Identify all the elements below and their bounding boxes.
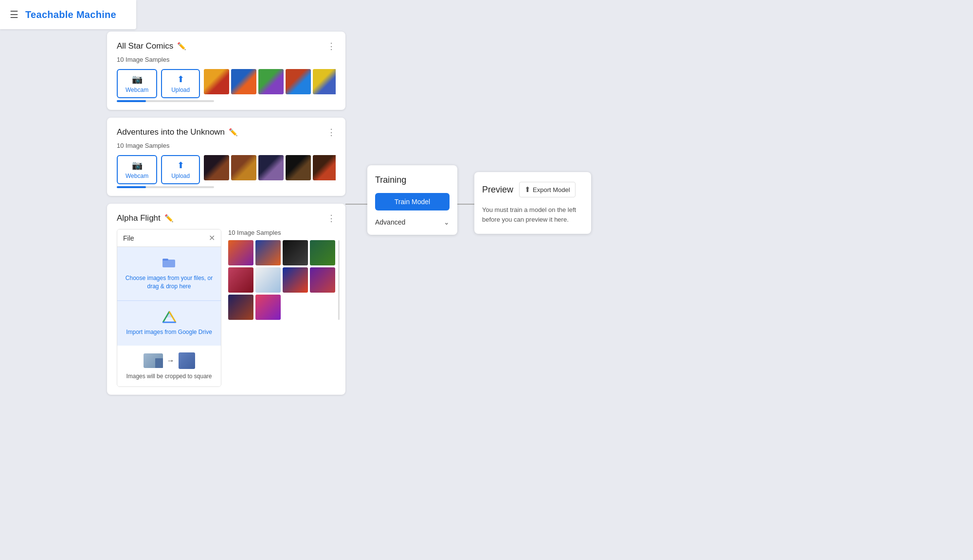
app-title: Teachable Machine	[25, 9, 116, 20]
crop-icons-row: →	[144, 352, 195, 369]
crop-before-icon	[144, 353, 163, 368]
alpha-body: File ✕ Choose images from your files, or…	[117, 229, 336, 387]
upload-icon: ⬆	[177, 74, 184, 85]
svg-rect-1	[162, 259, 168, 261]
webcam-label: Webcam	[126, 87, 148, 93]
scrollbar-track[interactable]	[117, 186, 214, 188]
gdrive-import-area[interactable]: Import images from Google Drive	[117, 301, 221, 346]
edit-icon[interactable]: ✏️	[164, 214, 174, 223]
image-strip	[204, 69, 336, 94]
image-strip	[204, 155, 336, 180]
class-name: All Star Comics	[117, 41, 173, 51]
thumbnail	[231, 155, 256, 180]
thumbnail	[286, 69, 311, 94]
gdrive-text: Import images from Google Drive	[126, 328, 212, 336]
thumbnail	[231, 69, 256, 94]
folder-icon	[162, 257, 176, 271]
class-name-area: All Star Comics ✏️	[117, 41, 186, 51]
class-card-alpha-flight: Alpha Flight ✏️ ⋮ File ✕	[107, 204, 345, 395]
preview-header: Preview ⬆ Export Model	[482, 182, 583, 197]
webcam-icon: 📷	[132, 160, 143, 171]
advanced-row[interactable]: Advanced ⌄	[375, 217, 450, 227]
thumbnail	[228, 267, 253, 293]
webcam-button[interactable]: 📷 Webcam	[117, 69, 157, 98]
more-options-icon[interactable]: ⋮	[327, 42, 336, 51]
sample-count: 10 Image Samples	[228, 229, 336, 236]
card-header: Adventures into the Unknown ✏️ ⋮	[117, 127, 336, 137]
class-actions: 📷 Webcam ⬆ Upload	[117, 155, 336, 184]
scrollbar-track[interactable]	[117, 100, 214, 102]
class-actions: 📷 Webcam ⬆ Upload	[117, 69, 336, 98]
upload-button[interactable]: ⬆ Upload	[161, 155, 200, 184]
scrollbar-thumb	[117, 100, 146, 102]
file-upload-text: Choose images from your files, or drag &…	[123, 274, 215, 291]
close-button[interactable]: ✕	[209, 233, 215, 243]
crop-indicator: → Images will be cropped to square	[117, 346, 221, 386]
svg-rect-0	[162, 260, 175, 267]
thumbnail	[228, 295, 253, 320]
class-card-adventures: Adventures into the Unknown ✏️ ⋮ 10 Imag…	[107, 118, 345, 196]
thumbnail	[310, 267, 335, 293]
app-header: ☰ Teachable Machine	[0, 0, 136, 29]
webcam-icon: 📷	[132, 74, 143, 85]
thumbnail	[255, 240, 281, 265]
file-panel: File ✕ Choose images from your files, or…	[117, 229, 221, 387]
export-model-button[interactable]: ⬆ Export Model	[519, 182, 576, 197]
webcam-label: Webcam	[126, 173, 148, 179]
card-header: Alpha Flight ✏️ ⋮	[117, 213, 336, 223]
thumbnail	[258, 155, 284, 180]
class-name: Alpha Flight	[117, 213, 161, 223]
class-name: Adventures into the Unknown	[117, 127, 225, 137]
preview-info-text: You must train a model on the left befor…	[482, 205, 583, 224]
export-label: Export Model	[533, 186, 570, 193]
training-panel: Training Train Model Advanced ⌄	[367, 165, 457, 235]
edit-icon[interactable]: ✏️	[229, 128, 238, 137]
thumbnail	[255, 295, 281, 320]
menu-icon[interactable]: ☰	[10, 9, 18, 20]
thumbnail	[283, 240, 308, 265]
more-options-icon[interactable]: ⋮	[327, 214, 336, 223]
thumbnail	[228, 240, 253, 265]
classes-container: All Star Comics ✏️ ⋮ 10 Image Samples 📷 …	[107, 32, 345, 395]
advanced-label: Advanced	[375, 218, 405, 226]
class-card-all-star-comics: All Star Comics ✏️ ⋮ 10 Image Samples 📷 …	[107, 32, 345, 110]
thumbnail	[258, 69, 284, 94]
file-tab-label: File	[123, 234, 134, 242]
thumbnail	[313, 69, 336, 94]
upload-button[interactable]: ⬆ Upload	[161, 69, 200, 98]
sample-count: 10 Image Samples	[117, 142, 336, 149]
thumbnail	[313, 155, 336, 180]
scroll-indicator	[338, 240, 340, 320]
arrow-icon: →	[167, 356, 175, 365]
crop-after-icon	[179, 352, 195, 369]
webcam-button[interactable]: 📷 Webcam	[117, 155, 157, 184]
chevron-down-icon: ⌄	[444, 218, 450, 226]
thumbnail	[204, 155, 229, 180]
thumbnail	[286, 155, 311, 180]
file-upload-area[interactable]: Choose images from your files, or drag &…	[117, 247, 221, 301]
preview-title: Preview	[482, 185, 513, 195]
file-panel-header: File ✕	[117, 229, 221, 247]
edit-icon[interactable]: ✏️	[177, 42, 186, 51]
thumbnail	[310, 240, 335, 265]
class-name-area: Adventures into the Unknown ✏️	[117, 127, 238, 137]
scrollbar-thumb	[117, 186, 146, 188]
training-title: Training	[375, 175, 450, 185]
more-options-icon[interactable]: ⋮	[327, 128, 336, 137]
card-header: All Star Comics ✏️ ⋮	[117, 41, 336, 51]
alpha-images: 10 Image Samples	[228, 229, 336, 387]
thumbnail	[255, 267, 281, 293]
gdrive-icon	[162, 311, 177, 325]
thumbnail	[283, 267, 308, 293]
thumbnail	[204, 69, 229, 94]
upload-label: Upload	[171, 173, 190, 179]
crop-text: Images will be cropped to square	[126, 373, 212, 380]
export-icon: ⬆	[524, 185, 531, 194]
sample-count: 10 Image Samples	[117, 56, 336, 63]
image-grid	[228, 240, 336, 320]
train-model-button[interactable]: Train Model	[375, 193, 450, 210]
upload-icon: ⬆	[177, 160, 184, 171]
preview-panel: Preview ⬆ Export Model You must train a …	[474, 172, 591, 234]
upload-label: Upload	[171, 87, 190, 93]
class-name-area: Alpha Flight ✏️	[117, 213, 174, 223]
